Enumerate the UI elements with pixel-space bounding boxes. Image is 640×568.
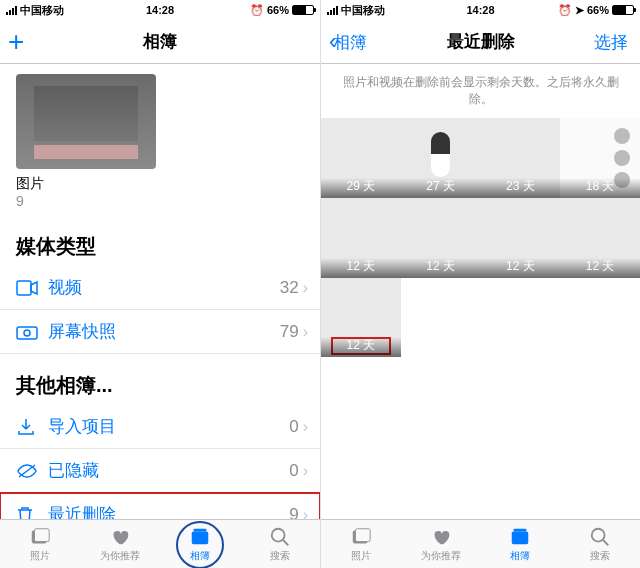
search-icon	[588, 526, 612, 548]
carrier: 中国移动	[341, 3, 385, 18]
photos-icon	[349, 526, 373, 548]
tab-label: 照片	[30, 549, 50, 563]
trash-icon	[16, 505, 42, 520]
photos-icon	[28, 526, 52, 548]
battery-pct: 66%	[587, 4, 609, 16]
back-label: 相簿	[333, 31, 367, 54]
svg-rect-7	[194, 528, 207, 531]
plus-icon: +	[8, 28, 24, 56]
add-button[interactable]: +	[8, 20, 24, 64]
svg-rect-5	[35, 528, 50, 541]
row-count: 0	[289, 417, 298, 437]
row-label: 视频	[42, 276, 280, 299]
album-card[interactable]: 图片 9	[0, 64, 320, 215]
row-recently-deleted[interactable]: 最近删除 9 ›	[0, 493, 320, 519]
tab-foryou[interactable]: 为你推荐	[401, 520, 481, 568]
photo-cell[interactable]: 12 天	[560, 198, 640, 278]
svg-rect-0	[17, 281, 31, 295]
tab-label: 搜索	[590, 549, 610, 563]
photo-cell[interactable]: 27 天	[401, 118, 481, 198]
row-label: 最近删除	[42, 503, 289, 519]
row-label: 已隐藏	[42, 459, 289, 482]
row-screenshots[interactable]: 屏幕快照 79 ›	[0, 310, 320, 354]
tab-label: 搜索	[270, 549, 290, 563]
album-thumbnail	[16, 74, 156, 169]
photo-cell[interactable]: 12 天	[321, 278, 401, 358]
search-icon	[268, 526, 292, 548]
status-bar: 中国移动 14:28 ⏰ 66%	[0, 0, 320, 20]
battery-icon	[612, 5, 634, 15]
signal-icon	[6, 6, 17, 15]
photo-cell[interactable]: 18 天	[560, 118, 640, 198]
status-bar: 中国移动 14:28 ⏰ ➤ 66%	[321, 0, 640, 20]
info-banner: 照片和视频在删除前会显示剩余天数。之后将永久删除。	[321, 64, 640, 118]
row-hidden[interactable]: 已隐藏 0 ›	[0, 449, 320, 493]
nav-bar: ‹ 相簿 最近删除 选择	[321, 20, 640, 64]
svg-point-2	[24, 330, 30, 336]
alarm-icon: ⏰	[250, 4, 264, 17]
row-videos[interactable]: 视频 32 ›	[0, 266, 320, 310]
chevron-right-icon: ›	[303, 279, 308, 297]
chevron-right-icon: ›	[303, 506, 308, 520]
albums-icon	[508, 526, 532, 548]
chevron-right-icon: ›	[303, 462, 308, 480]
screenshot-icon	[16, 324, 42, 340]
row-label: 导入项目	[42, 415, 289, 438]
nav-bar: + 相簿	[0, 20, 320, 64]
nav-title: 最近删除	[447, 30, 515, 53]
svg-rect-1	[17, 327, 37, 339]
album-title: 图片	[16, 175, 304, 193]
tab-albums[interactable]: 相簿	[481, 520, 561, 568]
tab-albums[interactable]: 相簿	[160, 520, 240, 568]
photo-cell[interactable]: 12 天	[481, 198, 561, 278]
chevron-right-icon: ›	[303, 323, 308, 341]
row-count: 0	[289, 461, 298, 481]
section-media-types: 媒体类型	[0, 215, 320, 266]
foryou-icon	[108, 526, 132, 548]
signal-icon	[327, 6, 338, 15]
tab-search[interactable]: 搜索	[240, 520, 320, 568]
photo-cell[interactable]: 23 天	[481, 118, 561, 198]
recently-deleted-content: 照片和视频在删除前会显示剩余天数。之后将永久删除。 29 天 27 天 23 天…	[321, 64, 640, 519]
tab-photos[interactable]: 照片	[321, 520, 401, 568]
photo-cell[interactable]: 12 天	[321, 198, 401, 278]
tab-label: 相簿	[190, 549, 210, 563]
status-time: 14:28	[146, 4, 174, 16]
hidden-icon	[16, 463, 42, 479]
row-count: 79	[280, 322, 299, 342]
svg-line-15	[603, 539, 609, 545]
select-button[interactable]: 选择	[594, 20, 628, 64]
tab-bar: 照片 为你推荐 相簿 搜索	[0, 519, 320, 568]
tab-label: 照片	[351, 549, 371, 563]
section-other-albums: 其他相簿...	[0, 354, 320, 405]
svg-line-9	[283, 539, 289, 545]
album-count: 9	[16, 193, 304, 209]
photo-cell[interactable]: 12 天	[401, 198, 481, 278]
location-icon: ➤	[575, 4, 584, 17]
svg-rect-13	[514, 528, 527, 531]
tab-foryou[interactable]: 为你推荐	[80, 520, 160, 568]
svg-rect-11	[355, 528, 370, 541]
tab-label: 为你推荐	[100, 549, 140, 563]
photo-cell[interactable]: 29 天	[321, 118, 401, 198]
back-button[interactable]: ‹ 相簿	[329, 20, 367, 64]
chevron-right-icon: ›	[303, 418, 308, 436]
svg-rect-12	[512, 531, 529, 544]
alarm-icon: ⏰	[558, 4, 572, 17]
row-label: 屏幕快照	[42, 320, 280, 343]
tab-photos[interactable]: 照片	[0, 520, 80, 568]
phone-left: 中国移动 14:28 ⏰ 66% + 相簿 图片 9 媒体类型 视频 32 › …	[0, 0, 320, 568]
phone-right: 中国移动 14:28 ⏰ ➤ 66% ‹ 相簿 最近删除 选择 照片和视频在删除…	[320, 0, 640, 568]
svg-point-8	[272, 528, 285, 541]
carrier: 中国移动	[20, 3, 64, 18]
battery-pct: 66%	[267, 4, 289, 16]
status-time: 14:28	[466, 4, 494, 16]
tab-search[interactable]: 搜索	[560, 520, 640, 568]
foryou-icon	[429, 526, 453, 548]
tab-bar: 照片 为你推荐 相簿 搜索	[321, 519, 640, 568]
svg-rect-6	[192, 531, 209, 544]
photo-grid: 29 天 27 天 23 天 18 天 12 天 12 天 12 天 12 天 …	[321, 118, 640, 357]
albums-icon	[188, 526, 212, 548]
battery-icon	[292, 5, 314, 15]
row-imports[interactable]: 导入项目 0 ›	[0, 405, 320, 449]
